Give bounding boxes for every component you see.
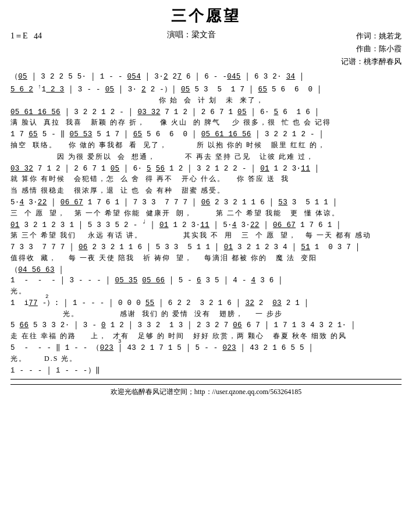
title: 三个愿望 [10, 6, 402, 26]
footer-text: 欢迎光临醉春风记谱空间；http：//user.qzone.qq.com/563… [10, 384, 402, 397]
credits: 作词：姚若龙 作曲：陈小霞 记谱：桃李醉春风 [341, 30, 402, 68]
footer-divider [10, 379, 402, 380]
key-time: 1＝E 44 [10, 30, 42, 42]
music-score: （05 │ 3 2 2 5 5· │ 1 - - 054 │ 3·2 27 6 … [10, 70, 402, 377]
singer-info: 演唱：梁文音 [167, 30, 216, 40]
